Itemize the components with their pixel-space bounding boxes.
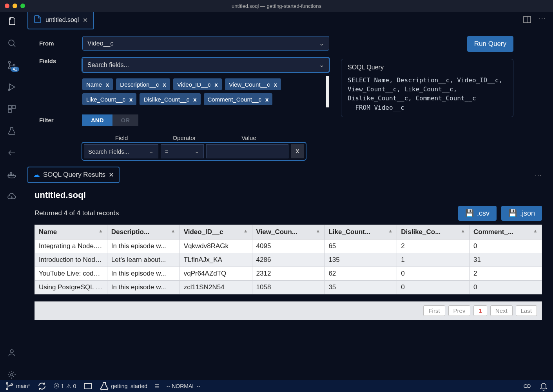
table-cell: Using PostgreSQL wit... <box>35 281 107 294</box>
svg-point-16 <box>6 388 8 390</box>
zoom-window-button[interactable] <box>20 4 25 8</box>
column-header[interactable]: Name▲ <box>35 225 107 240</box>
docker-icon[interactable] <box>6 169 17 180</box>
sort-icon: ▲ <box>315 228 320 234</box>
extensions-icon[interactable] <box>6 103 17 114</box>
field-chip[interactable]: Like_Count__cx <box>82 93 136 105</box>
pager-last[interactable]: Last <box>516 305 537 316</box>
save-icon: 💾 <box>508 209 517 218</box>
table-row[interactable]: Introduction to Node.js...Let's learn ab… <box>35 253 542 267</box>
tab-close-icon[interactable]: ✕ <box>109 171 114 179</box>
chip-remove-icon[interactable]: x <box>129 96 132 103</box>
table-row[interactable]: Integrating a Node.js a...In this episod… <box>35 240 542 253</box>
field-chip[interactable]: Comment_Count__cx <box>204 93 273 105</box>
table-cell: 0 <box>397 281 470 294</box>
more-actions-icon[interactable]: ··· <box>539 15 546 25</box>
file-icon <box>33 15 42 25</box>
table-cell: 4095 <box>252 240 325 253</box>
field-chips: NamexDescription__cxVideo_ID__cxView_Cou… <box>82 76 329 107</box>
svg-point-12 <box>10 350 13 353</box>
settings-gear-icon[interactable] <box>6 369 17 380</box>
field-chip[interactable]: Namex <box>82 78 113 90</box>
source-control-icon[interactable]: 41 <box>6 60 17 71</box>
split-editor-icon[interactable] <box>522 15 532 25</box>
pager-first[interactable]: First <box>423 305 445 316</box>
tab-untitled-soql[interactable]: untitled.soql ✕ <box>27 11 94 29</box>
tab-soql-results[interactable]: ☁ SOQL Query Results ✕ <box>27 167 120 183</box>
chip-remove-icon[interactable]: x <box>193 96 196 103</box>
table-cell: In this episode w... <box>107 267 179 281</box>
branch-indicator[interactable]: main* <box>5 381 30 391</box>
column-header[interactable]: View_Coun...▲ <box>252 225 325 240</box>
table-cell: 62 <box>325 267 397 281</box>
column-header[interactable]: Dislike_Co...▲ <box>397 225 470 240</box>
explorer-icon[interactable] <box>6 16 17 27</box>
pager-page[interactable]: 1 <box>473 305 487 316</box>
export-json-button[interactable]: 💾 .json <box>501 206 542 221</box>
accounts-icon[interactable] <box>6 347 17 358</box>
or-toggle[interactable]: OR <box>112 114 139 126</box>
filter-field-select[interactable]: Search Fields...⌄ <box>84 144 158 158</box>
layout-indicator[interactable] <box>83 381 92 391</box>
testing-icon[interactable] <box>6 125 17 136</box>
chip-remove-icon[interactable]: x <box>274 81 277 88</box>
column-header[interactable]: Comment_...▲ <box>470 225 542 240</box>
field-chip[interactable]: Video_ID__cx <box>173 78 222 90</box>
chip-remove-icon[interactable]: x <box>265 96 268 103</box>
org-indicator[interactable]: getting_started <box>100 381 147 391</box>
table-cell: 1 <box>397 253 470 267</box>
table-row[interactable]: Using PostgreSQL wit...In this episode w… <box>35 281 542 294</box>
pager-prev[interactable]: Prev <box>448 305 471 316</box>
close-window-button[interactable] <box>5 4 9 8</box>
svg-point-20 <box>527 385 530 388</box>
chevron-down-icon: ⌄ <box>319 61 324 69</box>
chip-remove-icon[interactable]: x <box>163 81 166 88</box>
minimize-window-button[interactable] <box>13 4 17 8</box>
sort-icon: ▲ <box>243 228 248 234</box>
svg-rect-5 <box>8 105 11 109</box>
field-chip[interactable]: Description__cx <box>116 78 170 90</box>
run-query-button[interactable]: Run Query <box>467 36 513 52</box>
table-cell: Introduction to Node.js... <box>35 253 107 267</box>
table-cell: 0 <box>470 281 542 294</box>
cloud-icon[interactable] <box>6 191 17 202</box>
column-header[interactable]: Video_ID__c▲ <box>179 225 252 240</box>
notifications-icon[interactable] <box>539 381 548 391</box>
more-actions-icon[interactable]: ··· <box>535 172 549 178</box>
tab-close-icon[interactable]: ✕ <box>82 16 89 24</box>
chip-remove-icon[interactable]: x <box>106 81 109 88</box>
share-icon[interactable] <box>6 147 17 158</box>
window-title: untitled.soql — getting-started-function… <box>232 3 321 9</box>
and-toggle[interactable]: AND <box>82 114 112 126</box>
fields-label: Fields <box>39 58 74 64</box>
table-cell: 1058 <box>252 281 325 294</box>
table-cell: 4286 <box>252 253 325 267</box>
remove-filter-button[interactable]: X <box>291 144 304 158</box>
svg-rect-11 <box>10 172 12 174</box>
field-chip[interactable]: View_Count__cx <box>225 78 281 90</box>
fields-search-input[interactable]: Search fields... ⌄ <box>82 58 329 72</box>
sync-indicator[interactable] <box>37 381 47 391</box>
table-cell: Let's learn about... <box>107 253 179 267</box>
table-row[interactable]: YouTube Live: codeLiv...In this episode … <box>35 267 542 281</box>
copilot-icon[interactable] <box>522 381 532 391</box>
run-debug-icon[interactable] <box>6 82 17 93</box>
menu-indicator[interactable]: ☰ <box>154 383 160 389</box>
problems-indicator[interactable]: ⓧ1 ⚠0 <box>54 383 76 390</box>
chip-remove-icon[interactable]: x <box>215 81 218 88</box>
vim-mode: -- NORMAL -- <box>167 383 200 389</box>
filter-operator-select[interactable]: =⌄ <box>161 144 204 158</box>
soql-query-title: SOQL Query <box>348 64 507 71</box>
pager-next[interactable]: Next <box>490 305 513 316</box>
table-cell: 2312 <box>252 267 325 281</box>
table-cell: 65 <box>325 240 397 253</box>
export-csv-button[interactable]: 💾 .csv <box>458 206 497 221</box>
field-chip[interactable]: Dislike_Count__cx <box>140 93 200 105</box>
svg-point-1 <box>9 62 11 64</box>
column-header[interactable]: Descriptio...▲ <box>107 225 179 240</box>
search-icon[interactable] <box>6 38 17 49</box>
filter-row: Search Fields...⌄ =⌄ X <box>82 143 306 160</box>
filter-value-input[interactable] <box>206 144 288 158</box>
column-header[interactable]: Like_Count...▲ <box>325 225 397 240</box>
from-select[interactable]: Video__c ⌄ <box>82 36 329 51</box>
